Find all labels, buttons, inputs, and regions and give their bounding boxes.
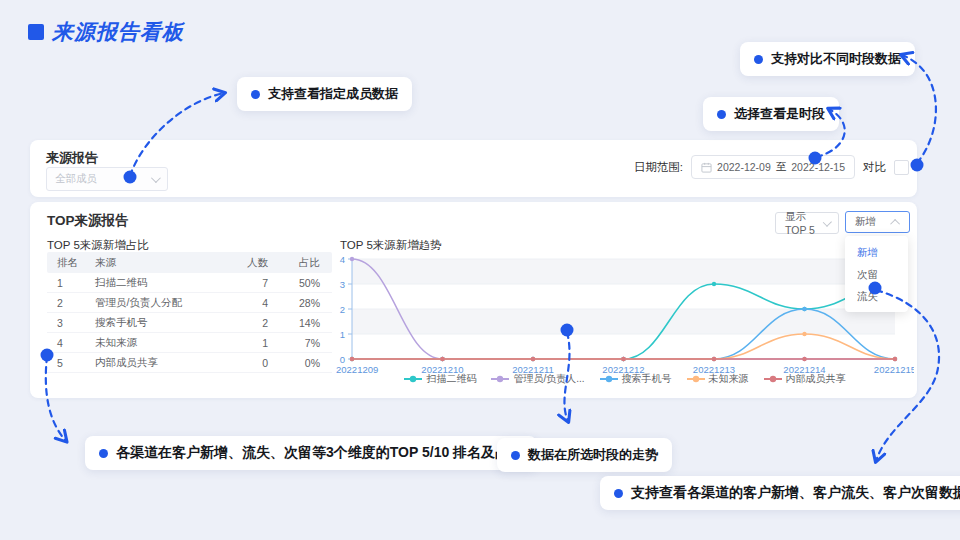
table-cell: 50% [268,277,332,289]
chart-legend: 扫描二维码 管理员/负责人... 搜索手机号 未知来源 内部成员共享 [336,372,914,386]
table-cell: 1 [47,277,95,289]
callout-rank-dimensions: 各渠道在客户新增、流失、次留等3个维度的TOP 5/10 排名及占比 [85,436,537,470]
date-controls: 日期范围: 2022-12-09 至 2022-12-15 对比 [634,155,909,179]
callout-text: 支持对比不同时段数据 [771,50,901,68]
table-cell: 2 [222,317,268,329]
table-cell: 14% [268,317,332,329]
metric-option[interactable]: 次留 [845,263,908,285]
calendar-icon [701,162,712,173]
member-select[interactable]: 全部成员 [46,167,168,191]
column-header: 人数 [222,256,268,270]
metric-option[interactable]: 新增 [845,241,908,263]
table-cell: 0 [222,357,268,369]
legend-label: 内部成员共享 [786,372,846,386]
bullet-dot-icon [717,110,726,119]
table-cell: 2 [47,297,95,309]
page-title: 来源报告看板 [28,18,184,46]
svg-text:1: 1 [340,329,345,340]
rank-table: 排名来源人数占比 1扫描二维码750%2管理员/负责人分配428%3搜索手机号2… [47,252,332,373]
legend-label: 管理员/负责人... [513,372,584,386]
show-top-select-value: 显示TOP 5 [785,210,823,236]
legend-marker-icon [491,375,509,383]
bullet-dot-icon [614,489,623,498]
rank-table-title: TOP 5来源新增占比 [47,238,149,253]
rank-table-header: 排名来源人数占比 [47,252,332,273]
table-cell: 未知来源 [95,336,222,350]
callout-select-period: 选择查看是时段 [703,97,839,131]
metric-select-value: 新增 [855,215,876,229]
column-header: 排名 [47,256,95,270]
compare-label: 对比 [863,160,886,175]
bullet-dot-icon [251,90,260,99]
table-row: 4未知来源17% [47,333,332,353]
table-cell: 3 [47,317,95,329]
callout-text: 数据在所选时段的走势 [528,446,658,464]
svg-text:2: 2 [340,304,345,315]
trend-line-chart: 0123420221209202212102022121120221212202… [336,244,914,384]
chevron-up-icon [890,218,900,228]
compare-checkbox[interactable] [894,160,909,175]
callout-member-data: 支持查看指定成员数据 [237,77,412,111]
legend-label: 扫描二维码 [426,372,476,386]
column-header: 占比 [268,256,332,270]
table-cell: 搜索手机号 [95,316,222,330]
table-cell: 7% [268,337,332,349]
table-cell: 4 [222,297,268,309]
chevron-down-icon [823,217,832,226]
callout-trend: 数据在所选时段的走势 [497,438,672,472]
legend-item[interactable]: 未知来源 [687,372,749,386]
show-top-select[interactable]: 显示TOP 5 [775,212,839,234]
legend-item[interactable]: 扫描二维码 [404,372,476,386]
svg-text:0: 0 [340,354,345,365]
callout-compare-periods: 支持对比不同时段数据 [740,42,915,76]
date-range-input[interactable]: 2022-12-09 至 2022-12-15 [691,155,855,179]
bullet-dot-icon [99,449,108,458]
bullet-dot-icon [754,55,763,64]
date-end: 2022-12-15 [791,161,845,173]
table-cell: 1 [222,337,268,349]
legend-item[interactable]: 内部成员共享 [764,372,846,386]
column-header: 来源 [95,256,222,270]
legend-marker-icon [687,375,705,383]
callout-text: 支持查看指定成员数据 [268,85,398,103]
bullet-dot-icon [511,451,520,460]
table-cell: 内部成员共享 [95,356,222,370]
table-cell: 0% [268,357,332,369]
metric-select[interactable]: 新增 [845,211,910,233]
legend-item[interactable]: 管理员/负责人... [491,372,584,386]
legend-label: 搜索手机号 [622,372,672,386]
table-cell: 28% [268,297,332,309]
table-cell: 管理员/负责人分配 [95,296,222,310]
top-panel-title: TOP来源报告 [47,212,129,230]
table-row: 1扫描二维码750% [47,273,332,293]
source-report-panel: 来源报告 全部成员 日期范围: 2022-12-09 至 2022-12-15 … [30,140,917,197]
table-row: 2管理员/负责人分配428% [47,293,332,313]
legend-marker-icon [404,375,422,383]
table-cell: 5 [47,357,95,369]
metric-dropdown-menu: 新增次留流失 [845,236,908,312]
report-panel-title: 来源报告 [46,149,98,167]
callout-text: 选择查看是时段 [734,105,825,123]
top-source-panel: TOP来源报告 显示TOP 5 新增 新增次留流失 TOP 5来源新增占比 排名… [30,202,917,398]
chevron-down-icon [151,173,161,183]
legend-label: 未知来源 [709,372,749,386]
legend-marker-icon [600,375,618,383]
page-title-text: 来源报告看板 [52,18,184,46]
table-row: 3搜索手机号214% [47,313,332,333]
date-start: 2022-12-09 [717,161,771,173]
callout-text: 各渠道在客户新增、流失、次留等3个维度的TOP 5/10 排名及占比 [116,444,523,462]
date-separator: 至 [776,160,787,174]
table-cell: 扫描二维码 [95,276,222,290]
table-row: 5内部成员共享00% [47,353,332,373]
table-cell: 7 [222,277,268,289]
member-select-placeholder: 全部成员 [55,172,151,186]
dashboard-annotation-page: 来源报告看板 来源报告 全部成员 日期范围: 2022-12-09 至 2022… [0,0,960,540]
legend-marker-icon [764,375,782,383]
metric-option[interactable]: 流失 [845,285,908,307]
title-square-icon [28,24,44,40]
svg-text:4: 4 [340,254,345,265]
callout-channel-metrics: 支持查看各渠道的客户新增、客户流失、客户次留数据 [600,476,960,510]
date-range-label: 日期范围: [634,160,683,175]
table-cell: 4 [47,337,95,349]
legend-item[interactable]: 搜索手机号 [600,372,672,386]
